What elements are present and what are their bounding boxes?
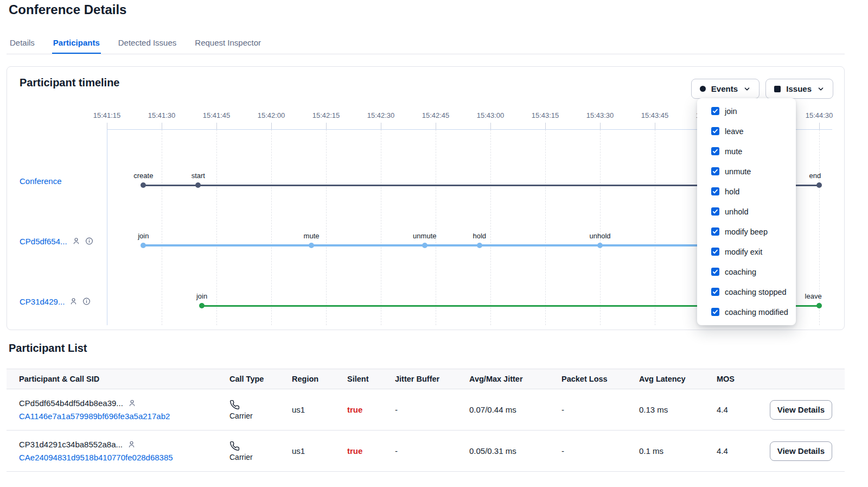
- checkbox-mute[interactable]: [711, 147, 719, 155]
- tab-detected-issues[interactable]: Detected Issues: [117, 31, 178, 54]
- events-filter-item-join[interactable]: join: [711, 106, 789, 117]
- call-type-cell: Carrier: [229, 400, 292, 420]
- checkbox-modify-beep[interactable]: [711, 227, 719, 236]
- timeline-row-label: Conference: [20, 176, 62, 186]
- issue-square-icon: [774, 86, 781, 92]
- checkbox-modify-exit[interactable]: [711, 248, 719, 256]
- events-filter-item-leave[interactable]: leave: [711, 126, 789, 137]
- issues-filter-button[interactable]: Issues: [765, 79, 833, 99]
- timeline-heading: Participant timeline: [20, 77, 120, 89]
- checkbox-coaching[interactable]: [711, 268, 719, 276]
- event-marker-end[interactable]: [816, 182, 822, 188]
- gridline: [326, 130, 327, 325]
- action-cell: View Details: [769, 441, 832, 461]
- checkbox-label: unmute: [725, 166, 751, 177]
- event-marker-unmute[interactable]: [422, 243, 427, 248]
- axis-tick-label: 15:42:30: [356, 111, 405, 119]
- person-icon: [128, 399, 136, 407]
- region-cell: us1: [292, 446, 347, 456]
- event-label: unmute: [413, 232, 436, 240]
- call-sid-link[interactable]: CA1146e7a1a579989bf696fe3a5a217ab2: [19, 412, 229, 421]
- avg-latency-cell: 0.13 ms: [639, 405, 717, 414]
- tab-participants[interactable]: Participants: [52, 31, 101, 54]
- axis-tick-mark: [819, 123, 820, 129]
- issues-button-label: Issues: [786, 84, 812, 93]
- participant-sid: CP31d4291c34ba8552a8a...: [19, 440, 229, 449]
- chevron-down-icon: [743, 85, 751, 93]
- checkbox-label: hold: [725, 186, 739, 197]
- tab-details[interactable]: Details: [9, 31, 36, 54]
- event-label: end: [809, 172, 821, 180]
- jitter-buffer-cell: -: [395, 405, 469, 414]
- events-button-label: Events: [711, 84, 738, 93]
- gridline: [216, 130, 217, 325]
- info-icon[interactable]: [85, 237, 93, 245]
- axis-tick-label: 15:41:45: [192, 111, 241, 119]
- checkbox-unmute[interactable]: [711, 167, 719, 175]
- call-type-cell: Carrier: [229, 441, 292, 461]
- checkbox-leave[interactable]: [711, 127, 719, 135]
- events-filter-item-modify-exit[interactable]: modify exit: [711, 246, 789, 257]
- events-filter-item-coaching-stopped[interactable]: coaching stopped: [711, 287, 789, 298]
- events-filter-item-mute[interactable]: mute: [711, 146, 789, 157]
- chevron-down-icon: [817, 85, 825, 93]
- axis-tick-label: 15:43:45: [630, 111, 679, 119]
- gridline: [436, 130, 436, 325]
- axis-tick-label: 15:41:15: [82, 111, 131, 119]
- checkbox-coaching-modified[interactable]: [711, 308, 719, 316]
- events-filter-button[interactable]: Events: [691, 79, 760, 99]
- gridline: [655, 130, 655, 325]
- event-marker-create[interactable]: [141, 182, 146, 188]
- avg-latency-cell: 0.1 ms: [639, 446, 717, 456]
- event-label: join: [196, 292, 207, 300]
- view-details-button[interactable]: View Details: [770, 441, 832, 461]
- event-label: start: [192, 172, 205, 180]
- call-sid-link[interactable]: CAe24094831d9518b410770fe028d68385: [19, 453, 229, 462]
- action-cell: View Details: [769, 400, 832, 420]
- checkbox-label: coaching: [725, 267, 756, 277]
- phone-icon: [229, 441, 292, 451]
- events-filter-item-unmute[interactable]: unmute: [711, 166, 789, 177]
- jitter-buffer-cell: -: [395, 446, 469, 456]
- timeline-row-link-cp31d429[interactable]: CP31d429...: [20, 297, 65, 306]
- checkbox-label: modify beep: [725, 226, 768, 237]
- person-icon: [127, 440, 136, 448]
- silent-cell: true: [347, 405, 395, 414]
- event-marker-unhold[interactable]: [597, 243, 603, 248]
- checkbox-hold[interactable]: [711, 187, 719, 195]
- person-icon: [69, 298, 78, 306]
- event-marker-mute[interactable]: [309, 243, 314, 248]
- timeline-row-labels: ConferenceCPd5df654...CP31d429...: [20, 111, 109, 326]
- column-header-mos: MOS: [717, 375, 769, 383]
- view-details-button[interactable]: View Details: [770, 400, 832, 420]
- checkbox-unhold[interactable]: [711, 207, 719, 216]
- events-filter-item-modify-beep[interactable]: modify beep: [711, 226, 789, 237]
- gridline: [490, 130, 491, 325]
- tab-request-inspector[interactable]: Request Inspector: [194, 31, 262, 54]
- events-filter-item-coaching[interactable]: coaching: [711, 267, 789, 277]
- timeline-row-link-conference[interactable]: Conference: [20, 176, 62, 186]
- column-header-jitter-buffer: Jitter Buffer: [395, 375, 469, 383]
- event-dot-icon: [700, 86, 706, 92]
- checkbox-label: modify exit: [725, 246, 762, 257]
- events-filter-item-unhold[interactable]: unhold: [711, 206, 789, 217]
- event-marker-join[interactable]: [199, 303, 205, 308]
- axis-tick-mark: [655, 123, 655, 129]
- timeline-row-link-cpd5df654[interactable]: CPd5df654...: [20, 237, 67, 246]
- avg-max-jitter-cell: 0.05/0.31 ms: [469, 446, 561, 456]
- avg-max-jitter-cell: 0.07/0.44 ms: [469, 405, 561, 414]
- event-marker-join[interactable]: [141, 243, 146, 248]
- event-marker-leave[interactable]: [816, 303, 822, 308]
- axis-tick-mark: [545, 123, 546, 129]
- info-icon[interactable]: [82, 298, 91, 306]
- checkbox-coaching-stopped[interactable]: [711, 288, 719, 296]
- mos-cell: 4.4: [717, 405, 769, 414]
- checkbox-join[interactable]: [711, 107, 719, 115]
- events-filter-item-hold[interactable]: hold: [711, 186, 789, 197]
- event-marker-hold[interactable]: [477, 243, 482, 248]
- event-marker-start[interactable]: [195, 182, 201, 188]
- column-header-avg-max-jitter: Avg/Max Jitter: [469, 375, 561, 383]
- axis-tick-mark: [600, 123, 601, 129]
- events-filter-item-coaching-modified[interactable]: coaching modified: [711, 307, 789, 318]
- events-filter-dropdown: joinleavemuteunmuteholdunholdmodify beep…: [697, 98, 796, 325]
